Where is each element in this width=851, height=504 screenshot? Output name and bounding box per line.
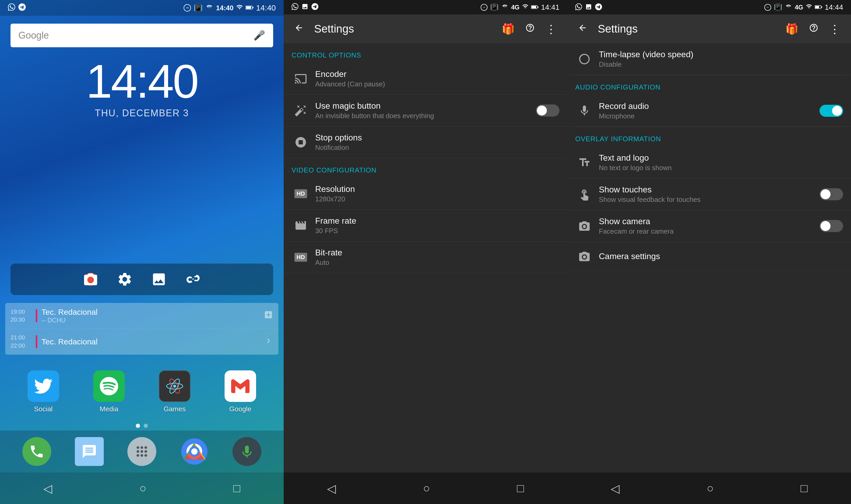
clock-widget: 14:40 THU, DECEMBER 3 <box>0 47 284 258</box>
magic-button-title: Use magic button <box>315 101 531 111</box>
stop-options-sub: Notification <box>315 144 560 152</box>
camera-settings-title: Camera settings <box>599 251 843 261</box>
home-clock-small: 14:40 <box>256 3 276 12</box>
dock-apps[interactable] <box>127 437 156 466</box>
ss-vibrate-icon-r: 📳 <box>774 3 782 11</box>
cal-time-2: 21:00 22:00 <box>11 334 32 350</box>
shortcut-share[interactable] <box>182 269 203 290</box>
video-config-header: VIDEO CONFIGURATION <box>284 158 567 178</box>
back-button[interactable]: ◁ <box>43 482 52 495</box>
google-search-bar[interactable]: Google 🎤 <box>11 24 273 47</box>
games-icon <box>159 371 191 402</box>
settings-content-right: Time-lapse (video speed) Disable AUDIO C… <box>567 43 851 472</box>
shortcut-settings[interactable] <box>114 269 135 290</box>
record-audio-row[interactable]: Record audio Microphone <box>567 95 851 127</box>
home-nav-left[interactable]: ○ <box>423 482 430 495</box>
more-icon-right[interactable]: ⋮ <box>829 22 840 36</box>
app-label-media: Media <box>100 405 119 413</box>
framerate-row[interactable]: Frame rate 30 FPS <box>284 210 567 241</box>
framerate-title: Frame rate <box>315 216 560 226</box>
svg-point-14 <box>137 454 139 457</box>
record-audio-toggle[interactable] <box>819 105 843 117</box>
camera-settings-text: Camera settings <box>599 251 843 261</box>
recents-nav-right[interactable]: □ <box>801 482 808 495</box>
ss-telegram-icon-r <box>595 3 602 11</box>
ss-whatsapp-icon <box>291 3 298 12</box>
app-games[interactable]: Games <box>159 371 191 413</box>
help-icon[interactable] <box>525 23 535 35</box>
ss-dnd-icon: − <box>481 4 487 11</box>
ss-whatsapp-icon-r <box>575 3 582 11</box>
encoder-row[interactable]: Encoder Advanced (Can pause) <box>284 63 567 95</box>
svg-rect-2 <box>253 7 253 8</box>
magic-button-toggle[interactable] <box>536 105 560 116</box>
dock-messages[interactable] <box>75 437 104 466</box>
cal-arrow-icon[interactable] <box>264 336 273 347</box>
magic-button-row[interactable]: Use magic button An invisible button tha… <box>284 95 567 127</box>
calendar-widget: 19:00 20:30 Tec. Redacional -- DCHU 21:0… <box>5 303 279 355</box>
cal-title-2: Tec. Redacional <box>41 337 264 346</box>
gift-icon[interactable]: 🎁 <box>502 23 515 35</box>
encoder-text: Encoder Advanced (Can pause) <box>315 69 560 88</box>
settings-topbar-right: Settings 🎁 ⋮ <box>567 15 851 43</box>
whatsapp-icon <box>8 3 15 13</box>
show-camera-toggle[interactable] <box>819 220 843 232</box>
resolution-text: Resolution 1280x720 <box>315 184 560 203</box>
app-media[interactable]: Media <box>93 371 125 413</box>
recents-nav-left[interactable]: □ <box>517 482 524 495</box>
record-audio-toggle-area[interactable] <box>819 105 843 117</box>
svg-rect-26 <box>821 6 822 8</box>
back-arrow-icon[interactable] <box>294 23 304 35</box>
magic-button-text: Use magic button An invisible button tha… <box>315 101 531 120</box>
back-nav-right[interactable]: ◁ <box>611 482 620 495</box>
camera-front-icon <box>575 220 593 232</box>
resolution-row[interactable]: HD Resolution 1280x720 <box>284 178 567 210</box>
recents-button[interactable]: □ <box>233 482 240 495</box>
encoder-sub: Advanced (Can pause) <box>315 80 560 88</box>
cal-add-icon[interactable] <box>264 310 273 322</box>
dock-chrome[interactable] <box>180 437 209 466</box>
app-social[interactable]: Social <box>28 371 59 413</box>
dock-phone[interactable] <box>22 437 51 466</box>
app-google[interactable]: Google <box>225 371 256 413</box>
dnd-icon: − <box>183 4 191 12</box>
ss-image-icon <box>302 3 308 12</box>
dock-camera[interactable] <box>232 437 261 466</box>
magic-button-toggle-area[interactable] <box>536 105 560 116</box>
show-touches-title: Show touches <box>599 185 814 195</box>
bitrate-text: Bit-rate Auto <box>315 248 560 267</box>
more-icon-left[interactable]: ⋮ <box>545 22 557 36</box>
camera-settings-row[interactable]: Camera settings <box>567 242 851 271</box>
show-touches-row[interactable]: Show touches Show visual feedback for to… <box>567 179 851 210</box>
show-camera-toggle-area[interactable] <box>819 220 843 232</box>
gift-icon-r[interactable]: 🎁 <box>785 23 798 35</box>
home-nav-right[interactable]: ○ <box>707 482 714 495</box>
mic-icon[interactable]: 🎤 <box>253 30 265 41</box>
ss-battery-icon-r <box>815 3 822 11</box>
show-touches-toggle-area[interactable] <box>819 188 843 200</box>
bitrate-title: Bit-rate <box>315 248 560 257</box>
shortcut-camera[interactable] <box>80 269 101 290</box>
stop-options-row[interactable]: Stop options Notification <box>284 127 567 158</box>
gmail-icon <box>225 371 256 402</box>
home-button[interactable]: ○ <box>139 482 146 495</box>
framerate-text: Frame rate 30 FPS <box>315 216 560 235</box>
show-camera-row[interactable]: Show camera Facecam or rear camera <box>567 210 851 242</box>
text-logo-row[interactable]: Text and logo No text or logo is shown <box>567 147 851 179</box>
timelapse-icon <box>575 53 593 65</box>
back-nav-left[interactable]: ◁ <box>327 482 336 495</box>
bitrate-row[interactable]: HD Bit-rate Auto <box>284 241 567 273</box>
timelapse-title: Time-lapse (video speed) <box>599 50 843 59</box>
overlay-info-header: OVERLAY INFORMATION <box>567 127 851 147</box>
back-arrow-icon-r[interactable] <box>578 23 587 35</box>
timelapse-row[interactable]: Time-lapse (video speed) Disable <box>567 43 851 75</box>
shortcut-gallery[interactable] <box>148 269 170 290</box>
show-camera-sub: Facecam or rear camera <box>599 227 814 235</box>
home-statusbar: − 📳 14:40 <box>0 0 284 16</box>
help-icon-r[interactable] <box>809 23 818 35</box>
show-touches-toggle[interactable] <box>819 188 843 200</box>
ss-vibrate-icon: 📳 <box>490 3 498 11</box>
main-date: THU, DECEMBER 3 <box>95 108 189 119</box>
twitter-icon <box>28 371 59 402</box>
svg-point-16 <box>144 454 147 457</box>
